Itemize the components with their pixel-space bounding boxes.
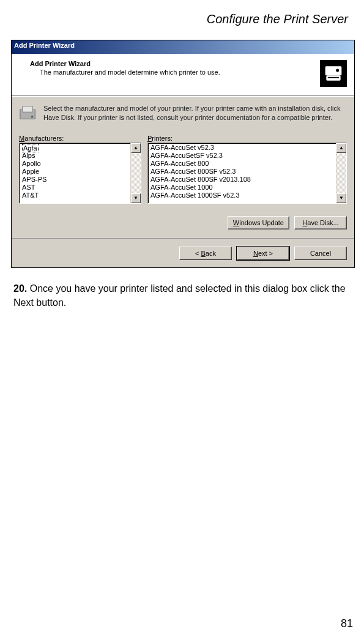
list-item[interactable]: Apollo [21,160,129,168]
list-item[interactable]: AGFA-AccuSet 800 [149,160,335,168]
list-item[interactable]: AGFA-AccuSet 800SF v2013.108 [149,176,335,184]
dialog-header-panel: Add Printer Wizard The manufacturer and … [12,54,354,96]
page-number: 81 [341,617,353,630]
cancel-button[interactable]: Cancel [294,247,347,260]
scroll-track[interactable] [336,153,346,193]
manufacturers-label: Manufacturers: [19,135,141,142]
scroll-down-button[interactable]: ▼ [131,193,141,203]
chevron-up-icon: ▲ [339,146,344,151]
scroll-up-button[interactable]: ▲ [336,143,346,153]
printer-graphic-icon [320,60,347,87]
page-header: Configure the Print Server [11,12,348,26]
step-instruction: 20. Once you have your printer listed an… [13,281,348,310]
list-item[interactable]: APS-PS [21,176,129,184]
list-item[interactable]: AGFA-AccuSet v52.3 [149,144,335,152]
list-item[interactable]: AGFA-AccuSetSF v52.3 [149,152,335,160]
add-printer-wizard-dialog: Add Printer Wizard Add Printer Wizard Th… [11,40,355,268]
list-item[interactable]: Apple [21,168,129,176]
list-item[interactable]: Alps [21,152,129,160]
list-item[interactable]: AGFA-AccuSet 1000SF v52.3 [149,192,335,199]
printers-listbox[interactable]: AGFA-AccuSet v52.3 AGFA-AccuSetSF v52.3 … [147,143,347,204]
back-button[interactable]: < Back [179,247,232,260]
svg-rect-5 [23,106,33,112]
printers-label: Printers: [147,135,347,142]
svg-rect-0 [325,66,342,75]
dialog-titlebar: Add Printer Wizard [12,40,354,54]
svg-point-2 [336,69,339,72]
have-disk-button[interactable]: Have Disk... [294,216,347,229]
scrollbar[interactable]: ▲ ▼ [130,143,141,203]
scrollbar[interactable]: ▲ ▼ [336,143,346,203]
list-item[interactable]: AGFA-AccuSet 1000 [149,184,335,192]
next-button[interactable]: Next > [237,247,289,260]
list-item[interactable]: AGFA-AccuSet 800SF v52.3 [149,168,335,176]
list-item[interactable]: AT&T [21,192,129,199]
chevron-down-icon: ▼ [133,196,138,201]
windows-update-button[interactable]: Windows Update [228,216,289,229]
dialog-body: Select the manufacturer and model of you… [12,96,354,210]
scroll-track[interactable] [131,153,141,193]
dialog-subheading: The manufacturer and model determine whi… [40,69,314,76]
chevron-down-icon: ▼ [339,196,344,201]
svg-point-6 [31,116,34,118]
dialog-heading: Add Printer Wizard [30,60,314,67]
scroll-up-button[interactable]: ▲ [131,143,141,153]
manufacturers-listbox[interactable]: Agfa Alps Apollo Apple APS-PS AST AT&T ▲… [19,143,141,204]
scroll-down-button[interactable]: ▼ [336,193,346,203]
disk-icon [19,104,37,122]
list-item[interactable]: AST [21,184,129,192]
svg-rect-3 [328,77,339,78]
chevron-up-icon: ▲ [133,146,138,151]
step-number: 20. [13,283,27,294]
instruction-text: Select the manufacturer and model of you… [43,104,347,122]
list-item[interactable]: Agfa [21,144,129,152]
